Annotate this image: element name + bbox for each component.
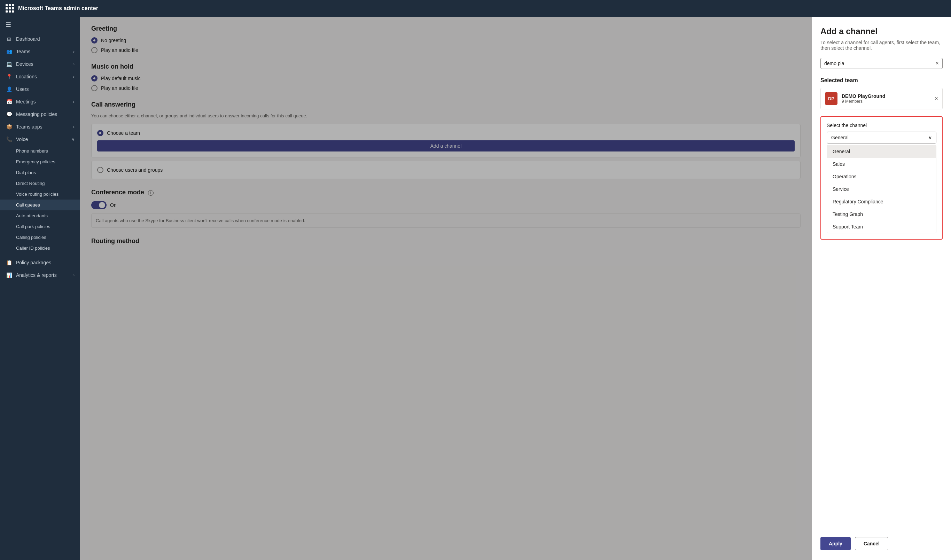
channel-dropdown-header[interactable]: General ∨	[827, 132, 936, 143]
dashboard-icon: ⊞	[6, 36, 12, 42]
sidebar-item-users[interactable]: 👤 Users	[0, 83, 80, 95]
add-channel-panel: Add a channel To select a channel for ca…	[812, 17, 951, 560]
sidebar-subitem-emergency-policies[interactable]: Emergency policies	[0, 156, 80, 167]
sidebar-subitem-dial-plans[interactable]: Dial plans	[0, 167, 80, 178]
app-grid-icon[interactable]	[6, 4, 14, 12]
sidebar-subitem-phone-numbers[interactable]: Phone numbers	[0, 146, 80, 156]
search-clear-icon[interactable]: ×	[936, 60, 939, 66]
voice-chevron: ∨	[72, 137, 74, 142]
panel-title: Add a channel	[820, 26, 943, 36]
channel-selector-container: Select the channel General ∨ General Sal…	[820, 116, 943, 240]
panel-footer: Apply Cancel	[820, 530, 943, 550]
selected-team-card: DP DEMO PlayGround 9 Members ×	[820, 88, 943, 109]
sidebar-subitem-call-queues[interactable]: Call queues	[0, 200, 80, 210]
teams-apps-icon: 📦	[6, 124, 12, 129]
locations-chevron: ›	[73, 74, 74, 79]
overlay	[80, 17, 812, 560]
team-remove-icon[interactable]: ×	[934, 95, 938, 102]
sidebar-item-analytics[interactable]: 📊 Analytics & reports ›	[0, 269, 80, 282]
team-search-box[interactable]: ×	[820, 58, 943, 69]
channel-option-general[interactable]: General	[827, 145, 936, 158]
panel-description: To select a channel for call agents, fir…	[820, 40, 943, 51]
hamburger-icon[interactable]: ☰	[0, 17, 80, 33]
locations-icon: 📍	[6, 74, 12, 79]
sidebar-subitem-auto-attendants[interactable]: Auto attendants	[0, 210, 80, 221]
team-info: DEMO PlayGround 9 Members	[842, 93, 930, 104]
app-title: Microsoft Teams admin center	[18, 5, 98, 11]
sidebar-subitem-calling-policies[interactable]: Calling policies	[0, 232, 80, 243]
policy-icon: 📋	[6, 260, 12, 265]
channel-selected-value: General	[831, 135, 849, 140]
apply-button[interactable]: Apply	[820, 537, 851, 550]
devices-icon: 💻	[6, 61, 12, 67]
selected-team-label: Selected team	[820, 77, 943, 83]
analytics-chevron: ›	[73, 273, 74, 277]
sidebar-item-locations[interactable]: 📍 Locations ›	[0, 70, 80, 83]
main-content: Greeting No greeting Play an audio file …	[80, 17, 812, 560]
voice-icon: 📞	[6, 137, 12, 142]
team-avatar: DP	[825, 92, 837, 105]
team-name: DEMO PlayGround	[842, 93, 930, 99]
sidebar-subitem-caller-id[interactable]: Caller ID policies	[0, 243, 80, 254]
sidebar-subitem-call-park[interactable]: Call park policies	[0, 221, 80, 232]
channel-label: Select the channel	[827, 123, 936, 128]
channel-option-testing[interactable]: Testing Graph	[827, 208, 936, 220]
sidebar-item-dashboard[interactable]: ⊞ Dashboard	[0, 33, 80, 45]
sidebar-item-teams-apps[interactable]: 📦 Teams apps ›	[0, 120, 80, 133]
teams-chevron: ›	[73, 49, 74, 54]
channel-option-service[interactable]: Service	[827, 183, 936, 195]
sidebar-subitem-voice-routing[interactable]: Voice routing policies	[0, 189, 80, 200]
sidebar-item-teams[interactable]: 👥 Teams ›	[0, 45, 80, 58]
analytics-icon: 📊	[6, 272, 12, 278]
sidebar-subitem-direct-routing[interactable]: Direct Routing	[0, 178, 80, 189]
sidebar-item-voice[interactable]: 📞 Voice ∨	[0, 133, 80, 146]
sidebar-item-policy-packages[interactable]: 📋 Policy packages	[0, 256, 80, 269]
meetings-icon: 📅	[6, 99, 12, 105]
sidebar-item-messaging[interactable]: 💬 Messaging policies	[0, 108, 80, 120]
users-icon: 👤	[6, 86, 12, 92]
messaging-icon: 💬	[6, 111, 12, 117]
topbar: Microsoft Teams admin center	[0, 0, 951, 17]
devices-chevron: ›	[73, 62, 74, 66]
sidebar: ☰ ⊞ Dashboard 👥 Teams › 💻 Devices › 📍 Lo…	[0, 17, 80, 560]
team-members: 9 Members	[842, 99, 930, 104]
teams-apps-chevron: ›	[73, 125, 74, 129]
channel-list: General Sales Operations Service Regulat…	[827, 145, 936, 233]
channel-option-operations[interactable]: Operations	[827, 170, 936, 183]
team-search-input[interactable]	[824, 61, 936, 66]
channel-dropdown-chevron: ∨	[928, 135, 932, 140]
cancel-button[interactable]: Cancel	[855, 537, 888, 550]
teams-icon: 👥	[6, 49, 12, 54]
channel-option-support[interactable]: Support Team	[827, 220, 936, 233]
channel-option-sales[interactable]: Sales	[827, 158, 936, 170]
sidebar-item-meetings[interactable]: 📅 Meetings ›	[0, 95, 80, 108]
meetings-chevron: ›	[73, 100, 74, 104]
sidebar-item-devices[interactable]: 💻 Devices ›	[0, 58, 80, 70]
channel-option-regulatory[interactable]: Regulatory Compliance	[827, 195, 936, 208]
